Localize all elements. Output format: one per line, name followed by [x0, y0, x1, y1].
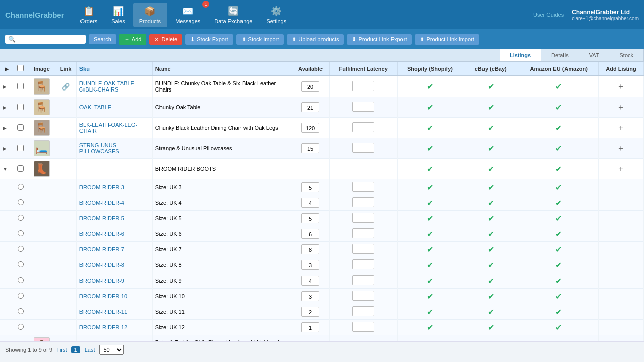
purple-dot-icon: ⬤	[554, 341, 564, 342]
last-page-link[interactable]: Last	[85, 347, 95, 353]
tab-stock[interactable]: Stock	[609, 49, 644, 61]
row-radio[interactable]	[18, 230, 24, 236]
add-button[interactable]: ＋ Add	[119, 34, 147, 45]
latency-box[interactable]	[352, 322, 374, 332]
row-link-cell	[55, 257, 76, 273]
nav-orders[interactable]: 📋 Orders	[74, 3, 104, 27]
nav-data-exchange[interactable]: 🔄 Data Exchange	[208, 3, 258, 27]
add-listing-button[interactable]: ＋	[617, 81, 625, 92]
row-checkbox[interactable]	[17, 124, 24, 131]
row-radio[interactable]	[18, 184, 24, 190]
row-expand-cell: ▶	[0, 97, 13, 118]
link-icon[interactable]: 🔗	[62, 83, 70, 90]
stock-export-button[interactable]: ⬇ Stock Export	[185, 34, 233, 45]
row-amazon: ✔	[519, 97, 599, 118]
available-box[interactable]: 4	[301, 198, 319, 208]
row-radio[interactable]	[18, 246, 24, 252]
available-box[interactable]: 1	[301, 322, 319, 332]
row-add-listing: ＋	[598, 97, 643, 118]
delete-button[interactable]: ✕ Delete	[149, 34, 182, 45]
expand-button[interactable]: ▶	[3, 105, 7, 110]
per-page-select[interactable]: 50 100 200	[99, 345, 124, 355]
first-page-link[interactable]: First	[56, 347, 67, 353]
nav-products[interactable]: 📦 Products	[133, 3, 167, 27]
available-box[interactable]: 5	[301, 213, 319, 223]
add-listing-button[interactable]: ＋	[617, 143, 625, 154]
available-box[interactable]: 8	[301, 244, 319, 254]
green-check-icon: ✔	[427, 277, 433, 285]
latency-box[interactable]	[352, 228, 374, 238]
row-checkbox[interactable]	[17, 145, 24, 151]
add-listing-button[interactable]: ＋	[617, 164, 625, 174]
nav-messages[interactable]: ✉️ Messages 1	[169, 3, 206, 27]
row-radio[interactable]	[18, 293, 24, 299]
nav-settings[interactable]: ⚙️ Settings	[260, 3, 292, 27]
row-radio[interactable]	[18, 308, 24, 314]
row-radio[interactable]	[18, 215, 24, 221]
row-radio[interactable]	[18, 277, 24, 283]
available-box[interactable]: 120	[301, 123, 319, 133]
row-ebay: ✔	[462, 159, 519, 179]
latency-box[interactable]	[352, 102, 374, 112]
latency-box[interactable]	[352, 182, 374, 192]
header-checkbox-input[interactable]	[17, 65, 24, 71]
tab-details[interactable]: Details	[541, 49, 579, 61]
row-checkbox[interactable]	[17, 83, 24, 89]
available-box[interactable]: 15	[301, 143, 319, 153]
latency-box[interactable]	[352, 306, 374, 316]
green-check-icon: ✔	[488, 308, 494, 316]
available-box[interactable]: 3	[301, 260, 319, 270]
upload-products-button[interactable]: ⬆ Upload products	[287, 34, 344, 45]
row-radio[interactable]	[18, 261, 24, 267]
table-row: BROOM-RIDER-8 Size: UK 8 3 ✔ ✔ ✔	[0, 257, 644, 273]
latency-box[interactable]	[352, 291, 374, 301]
tab-listings[interactable]: Listings	[500, 49, 541, 61]
available-box[interactable]: 20	[301, 81, 319, 92]
row-image-cell	[28, 242, 55, 257]
row-sku: STRNG-UNUS-PILLOWCASES	[76, 138, 152, 159]
tab-vat[interactable]: VAT	[579, 49, 610, 61]
latency-box[interactable]	[352, 143, 374, 153]
available-box[interactable]: 4	[301, 276, 319, 286]
play-icon: ▶	[5, 66, 9, 72]
latency-box[interactable]	[352, 81, 374, 91]
current-page[interactable]: 1	[71, 346, 80, 353]
product-link-import-button[interactable]: ⬆ Product Link Import	[415, 34, 479, 45]
expand-button[interactable]: ▼	[3, 166, 8, 172]
row-checkbox[interactable]	[17, 104, 24, 110]
product-link-export-button[interactable]: ⬇ Product Link Export	[347, 34, 412, 45]
expand-button[interactable]: ▶	[3, 84, 7, 89]
user-guide-link[interactable]: User Guides	[533, 12, 564, 18]
add-listing-button[interactable]: ＋	[617, 102, 625, 113]
available-box[interactable]: 3	[301, 291, 319, 301]
latency-box[interactable]	[352, 213, 374, 223]
stock-import-button[interactable]: ⬆ Stock Import	[236, 34, 284, 45]
nav-sales[interactable]: 📊 Sales	[105, 3, 131, 27]
latency-box[interactable]	[352, 197, 374, 207]
add-listing-button[interactable]: ＋	[617, 340, 625, 342]
row-radio[interactable]	[18, 199, 24, 205]
green-check-icon: ✔	[488, 183, 494, 192]
row-checkbox[interactable]	[17, 165, 24, 172]
row-name: BROOM RIDER BOOTS	[152, 159, 292, 179]
latency-box[interactable]	[352, 275, 374, 285]
latency-box[interactable]	[352, 259, 374, 269]
row-radio[interactable]	[18, 324, 24, 330]
messages-badge: 1	[202, 1, 209, 8]
search-input[interactable]	[16, 36, 81, 42]
search-button[interactable]: Search	[89, 34, 116, 44]
available-box[interactable]: 2	[301, 307, 319, 317]
available-box[interactable]: 21	[301, 102, 319, 112]
row-name: Size: UK 12	[152, 320, 292, 335]
add-listing-button[interactable]: ＋	[617, 123, 625, 133]
latency-box[interactable]	[352, 122, 374, 132]
available-box[interactable]: 5	[301, 182, 319, 192]
expand-button[interactable]: ▶	[3, 146, 7, 151]
expand-button[interactable]: ▶	[3, 125, 7, 131]
row-add-listing	[598, 257, 643, 273]
row-add-listing: ＋	[598, 159, 643, 179]
available-box[interactable]: 6	[301, 229, 319, 239]
latency-box[interactable]	[352, 244, 374, 254]
settings-icon: ⚙️	[271, 6, 282, 17]
row-image-cell: 🪑	[28, 97, 55, 118]
